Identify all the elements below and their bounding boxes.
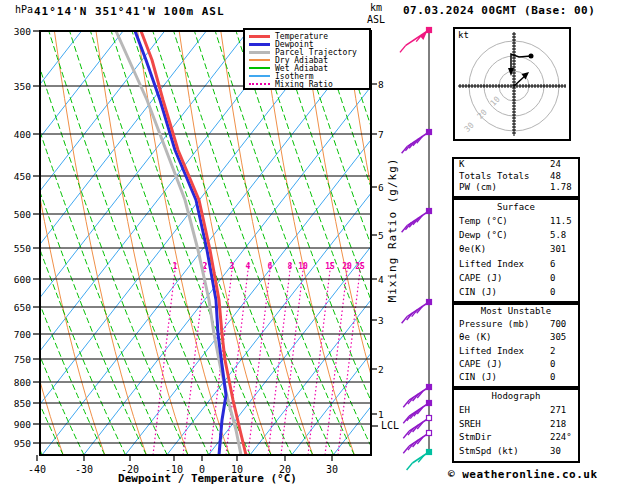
dewpoint-curve <box>135 31 226 455</box>
row-label: SREH <box>459 419 481 429</box>
wet-adiabat-line <box>28 31 188 455</box>
altitude-unit-asl: ASL <box>367 14 385 25</box>
pressure-tick-label: 750 <box>14 354 31 365</box>
pressure-tick-label: 500 <box>14 209 31 220</box>
row-label: θe (K) <box>459 332 492 342</box>
row-value: 218 <box>550 418 566 432</box>
row-value: 0 <box>550 371 555 384</box>
row-label: CAPE (J) <box>459 273 502 283</box>
wet-adiabat-line <box>278 31 438 455</box>
pressure-tick-label: 300 <box>14 26 31 37</box>
wet-adiabat-line <box>0 31 1 455</box>
row-value: 2 <box>550 345 555 358</box>
table-row: CIN (J)0 <box>454 285 578 299</box>
row-label: CAPE (J) <box>459 359 502 369</box>
hodograph-panel: 102030 <box>454 28 570 140</box>
isotherm-line <box>0 31 331 455</box>
pressure-tick-label: 600 <box>14 274 31 285</box>
isotherm-line <box>125 31 456 455</box>
wind-barb-level-marker <box>427 209 432 214</box>
wind-barb-level-marker <box>427 431 432 436</box>
row-label: PW (cm) <box>459 182 497 192</box>
table-row: Totals Totals48 <box>454 171 578 183</box>
row-value: 224° <box>550 431 572 445</box>
row-value: 0 <box>550 285 555 299</box>
km-tick-label: 6 <box>378 182 384 193</box>
row-label: Lifted Index <box>459 346 524 356</box>
row-value: 6 <box>550 257 555 271</box>
row-value: 271 <box>550 404 566 418</box>
mixing-ratio-label: 25 <box>355 262 365 271</box>
wet-adiabat-line <box>0 31 63 455</box>
mixing-ratio-label: 1 <box>173 262 178 271</box>
pressure-tick-label: 800 <box>14 377 31 388</box>
table-row: CAPE (J)0 <box>454 271 578 285</box>
table-row: K24 <box>454 159 578 171</box>
wind-barb-column <box>400 28 432 471</box>
legend-swatch <box>249 75 270 77</box>
legend-label: Mixing Ratio <box>275 80 333 89</box>
row-value: 305 <box>550 331 566 344</box>
mixing-ratio-label: 8 <box>288 262 293 271</box>
km-tick-label: 5 <box>378 230 384 241</box>
table-row: CIN (J)0 <box>454 371 578 384</box>
copyright: © weatheronline.co.uk <box>448 468 598 481</box>
skewt-app: 12346810152025 3003504004505005506006507… <box>0 0 629 486</box>
legend-swatch <box>249 67 270 69</box>
wind-barb <box>402 209 432 233</box>
table-header: Most Unstable <box>454 305 578 318</box>
parcel-trajectory-curve <box>116 31 241 455</box>
row-label: StmSpd (kt) <box>459 446 519 456</box>
km-tick-label: 1 <box>378 409 384 420</box>
datetime-title: 07.03.2024 00GMT (Base: 00) <box>403 5 595 17</box>
temp-tick-label: -30 <box>75 464 93 475</box>
sounding-curves <box>116 31 246 455</box>
row-label: StmDir <box>459 432 492 442</box>
pressure-tick-label: 700 <box>14 329 31 340</box>
mixing-ratio-label: 3 <box>230 262 235 271</box>
wind-barb-level-marker <box>427 385 432 390</box>
row-value: 30 <box>550 445 561 459</box>
row-value: 24 <box>550 159 561 171</box>
legend-swatch <box>249 35 270 38</box>
pressure-tick-label: 550 <box>14 243 31 254</box>
wind-barb-level-marker <box>427 416 432 421</box>
row-label: CIN (J) <box>459 372 497 382</box>
row-label: θe(K) <box>459 244 486 254</box>
km-tick-label: 4 <box>378 274 384 285</box>
indices-table: Most UnstablePressure (mb)700θe (K)305Li… <box>452 303 580 388</box>
wet-adiabat-line <box>0 31 84 455</box>
indices-table: K24Totals Totals48PW (cm)1.78 <box>452 157 580 198</box>
mixing-ratio-label: 4 <box>246 262 251 271</box>
isotherm-line <box>167 31 498 455</box>
pressure-tick-label: 650 <box>14 302 31 313</box>
row-value: 48 <box>550 171 561 183</box>
row-label: K <box>459 159 464 169</box>
table-row: StmDir224° <box>454 431 578 445</box>
pressure-tick-label: 900 <box>14 419 31 430</box>
table-header: Hodograph <box>454 390 578 404</box>
row-label: Dewp (°C) <box>459 230 508 240</box>
wind-barb <box>402 130 432 154</box>
table-row: θe(K)301 <box>454 242 578 256</box>
hodograph-unit-label: kt <box>458 30 469 40</box>
table-row: EH271 <box>454 404 578 418</box>
mixing-ratio-label: 20 <box>342 262 352 271</box>
wind-barb-level-marker <box>427 28 432 33</box>
wet-adiabat-line <box>111 31 271 455</box>
table-row: StmSpd (kt)30 <box>454 445 578 459</box>
page-title: 41°14'N 351°41'W 100m ASL <box>34 6 225 18</box>
row-label: Totals Totals <box>459 171 529 181</box>
wet-adiabat-line <box>194 31 354 455</box>
wind-barb-level-marker <box>427 130 432 135</box>
temp-tick-label: -40 <box>28 464 46 475</box>
row-label: Lifted Index <box>459 259 524 269</box>
wet-adiabat-line <box>298 31 458 455</box>
pressure-tick-label: 350 <box>14 81 31 92</box>
km-tick-label: 3 <box>378 315 384 326</box>
mixing-ratio-label: 15 <box>325 262 335 271</box>
wind-barb <box>402 300 432 324</box>
table-row: SREH218 <box>454 418 578 432</box>
row-label: EH <box>459 405 470 415</box>
table-row: PW (cm)1.78 <box>454 182 578 194</box>
